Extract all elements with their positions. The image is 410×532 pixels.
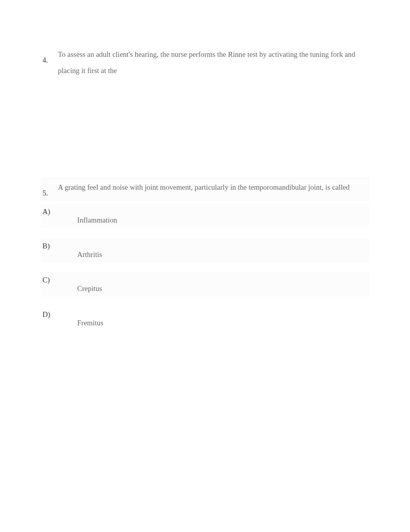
question-5: 5. A grating feel and noise with joint m… [42,179,368,199]
answer-option-b: B) Arthritis [42,241,368,260]
question-number: 4. [42,46,58,66]
question-number: 5. [42,179,58,199]
question-text: A grating feel and noise with joint move… [58,179,368,195]
answer-text: Crepitus [77,275,102,294]
answer-letter: B) [42,241,77,252]
answer-letter: A) [42,206,77,218]
document-page: 4. To assess an adult client's hearing, … [0,0,410,328]
answer-text: Fremitus [77,309,103,329]
answer-option-d: D) Fremitus [42,309,368,329]
question-4: 4. To assess an adult client's hearing, … [42,46,368,79]
answer-options: A) Inflammation B) Arthritis C) Crepitus… [42,206,368,328]
answer-letter: C) [42,275,77,286]
question-text: To assess an adult client's hearing, the… [58,46,368,79]
answer-letter: D) [42,309,77,320]
answer-option-a: A) Inflammation [42,206,368,226]
answer-text: Arthritis [77,241,102,260]
answer-option-c: C) Crepitus [42,275,368,294]
spacer [42,87,368,179]
answer-text: Inflammation [77,206,117,226]
